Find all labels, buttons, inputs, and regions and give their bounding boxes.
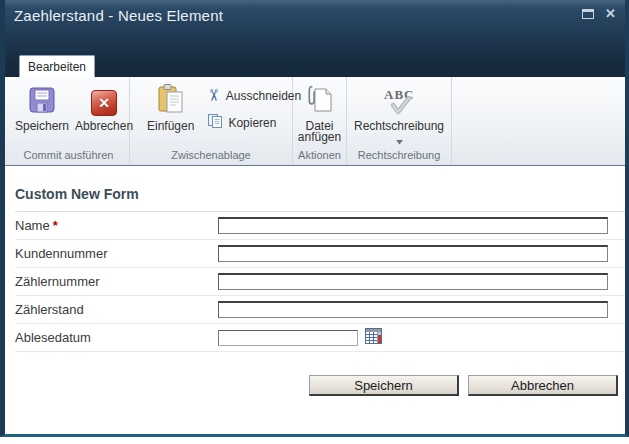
title-bar: Zaehlerstand - Neues Element ✕ Bearbeite… (5, 0, 625, 77)
group-label-spelling: Rechtschreibung (347, 149, 451, 161)
form-row-name: Name* (15, 212, 625, 240)
field-label-zaehlerstand: Zählerstand (15, 302, 218, 317)
zaehlernummer-input[interactable] (218, 273, 608, 290)
field-label-zaehlernummer: Zählernummer (15, 274, 218, 289)
cancel-x-icon: ✕ (91, 90, 117, 116)
copy-button[interactable]: Kopieren (207, 113, 301, 132)
cut-button[interactable]: ✂ Ausschneiden (207, 86, 301, 105)
tab-bearbeiten[interactable]: Bearbeiten (19, 55, 95, 77)
group-label-commit: Commit ausführen (8, 149, 129, 161)
copy-pages-icon (207, 113, 223, 132)
form-row-zaehlerstand: Zählerstand (15, 296, 625, 324)
spelling-button[interactable]: ABC Rechtschreibung (351, 83, 447, 148)
chevron-down-icon (396, 134, 403, 148)
form-row-ablesedatum: Ablesedatum (15, 324, 625, 352)
form-area: Custom New Form Name* Kundennummer Zähle… (5, 186, 625, 396)
ribbon-group-spelling: ABC Rechtschreibung Rechtschreibung (347, 77, 452, 165)
window-controls: ✕ (582, 7, 616, 20)
ribbon-group-clipboard: Einfügen ✂ Ausschneiden (130, 77, 293, 165)
group-label-actions: Aktionen (293, 149, 346, 161)
ribbon: Speichern ✕ Abbrechen Commit ausführen (5, 77, 625, 166)
required-asterisk: * (53, 218, 58, 233)
floppy-disk-icon (27, 85, 57, 118)
form-row-kundennummer: Kundennummer (15, 240, 625, 268)
field-label-ablesedatum: Ablesedatum (15, 330, 218, 345)
dialog-title: Zaehlerstand - Neues Element (14, 7, 223, 24)
form-row-zaehlernummer: Zählernummer (15, 268, 625, 296)
ribbon-cancel-button[interactable]: ✕ Abbrechen (72, 83, 136, 132)
save-button[interactable]: Speichern (309, 375, 459, 396)
clipboard-paste-icon (155, 83, 187, 118)
footer-button-row: Speichern Abbrechen (15, 375, 625, 396)
ribbon-empty-space (452, 77, 625, 165)
ribbon-group-actions: Datei anfügen Aktionen (293, 77, 347, 165)
maximize-icon[interactable] (582, 9, 594, 19)
abc-spellcheck-icon: ABC (381, 86, 417, 118)
field-label-name: Name* (15, 218, 218, 233)
paperclip-file-icon (304, 83, 334, 118)
paste-button[interactable]: Einfügen (144, 83, 197, 132)
zaehlerstand-input[interactable] (218, 301, 608, 318)
ablesedatum-input[interactable] (218, 330, 358, 346)
dialog-zaehlerstand-neues-element: Zaehlerstand - Neues Element ✕ Bearbeite… (0, 0, 629, 437)
form-heading: Custom New Form (15, 186, 625, 212)
field-label-kundennummer: Kundennummer (15, 246, 218, 261)
calendar-icon (365, 327, 382, 348)
group-label-clipboard: Zwischenablage (130, 149, 292, 161)
kundennummer-input[interactable] (218, 245, 608, 262)
attach-file-button[interactable]: Datei anfügen (295, 83, 344, 143)
name-input[interactable] (218, 217, 608, 234)
ribbon-group-commit: Speichern ✕ Abbrechen Commit ausführen (8, 77, 130, 165)
ribbon-save-button[interactable]: Speichern (12, 83, 72, 132)
cancel-button[interactable]: Abbrechen (468, 375, 618, 396)
date-picker-button[interactable] (365, 327, 382, 348)
scissors-icon: ✂ (205, 89, 224, 102)
close-icon[interactable]: ✕ (605, 7, 616, 20)
